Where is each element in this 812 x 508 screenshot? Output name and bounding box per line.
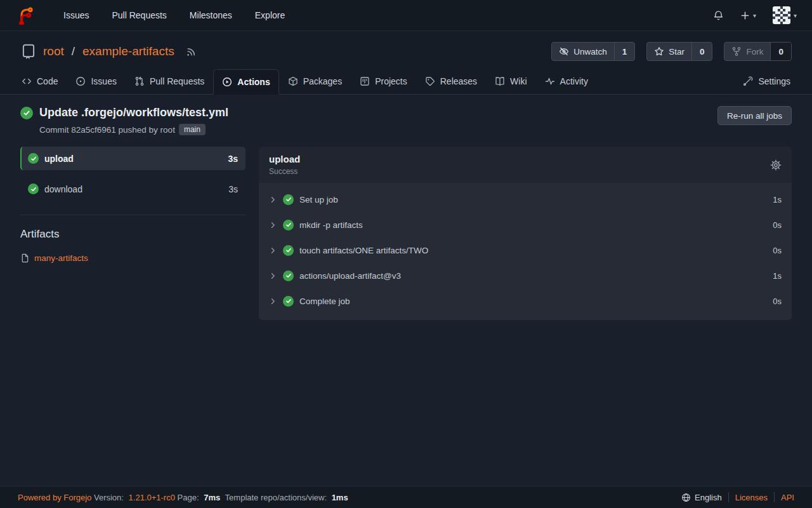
step-row-mkdir[interactable]: mkdir -p artifacts 0s — [259, 212, 792, 237]
tab-packages[interactable]: Packages — [279, 69, 351, 94]
repo-header: root / example-artifacts Unwatch — [0, 31, 812, 95]
step-row-upload-artifact[interactable]: actions/upload-artifact@v3 1s — [259, 263, 792, 288]
step-duration: 0s — [773, 246, 782, 255]
branch-badge[interactable]: main — [179, 124, 206, 135]
tab-settings[interactable]: Settings — [734, 69, 799, 94]
play-icon — [222, 77, 232, 87]
step-row-set-up-job[interactable]: Set up job 1s — [259, 187, 792, 212]
tools-icon — [743, 76, 753, 86]
job-item-upload[interactable]: upload 3s — [20, 147, 246, 170]
git-fork-icon — [731, 46, 742, 57]
footer-info: Powered by Forgejo Version: 1.21.0+1-rc0… — [18, 493, 351, 502]
step-duration: 0s — [773, 220, 782, 230]
notifications-bell-icon[interactable] — [713, 10, 724, 21]
rss-icon[interactable] — [186, 46, 197, 57]
nav-item-pull-requests[interactable]: Pull Requests — [103, 5, 175, 25]
step-duration: 1s — [773, 271, 782, 281]
step-duration: 0s — [773, 297, 782, 306]
divider — [728, 492, 729, 502]
step-row-complete-job[interactable]: Complete job 0s — [259, 288, 792, 314]
top-navbar: Issues Pull Requests Milestones Explore … — [0, 0, 812, 31]
licenses-link[interactable]: Licenses — [735, 493, 768, 502]
gear-icon[interactable] — [770, 159, 782, 171]
success-icon — [283, 194, 294, 205]
forgejo-logo-icon[interactable] — [15, 6, 34, 25]
artifact-link-many-artifacts[interactable]: many-artifacts — [20, 253, 246, 263]
language-selector[interactable]: English — [681, 493, 722, 502]
page-render-time: 7ms — [204, 493, 220, 502]
eye-slash-icon — [559, 46, 569, 57]
chevron-right-icon — [269, 272, 277, 280]
book-icon — [495, 76, 505, 86]
tab-actions[interactable]: Actions — [213, 69, 278, 95]
repo-tabs: Code Issues Pull Requests Actions Packag… — [0, 69, 812, 95]
project-icon — [360, 76, 370, 86]
tab-issues[interactable]: Issues — [67, 69, 125, 94]
watchers-count[interactable]: 1 — [614, 43, 635, 60]
run-success-icon — [20, 107, 33, 119]
tab-releases[interactable]: Releases — [416, 69, 486, 94]
watch-button-group: Unwatch 1 — [551, 42, 635, 61]
issue-opened-icon — [75, 76, 86, 86]
repo-name-link[interactable]: example-artifacts — [82, 44, 174, 58]
job-detail-name: upload — [269, 154, 300, 164]
api-link[interactable]: API — [781, 493, 794, 502]
actions-run-view: Update .forgejo/workflows/test.yml Commi… — [0, 95, 812, 486]
create-new-menu[interactable]: ▾ — [740, 11, 756, 20]
version-link[interactable]: 1.21.0+1-rc0 — [129, 493, 175, 502]
powered-by-link[interactable]: Powered by Forgejo — [18, 493, 91, 502]
star-icon — [654, 46, 664, 57]
success-icon — [283, 271, 294, 281]
success-icon — [283, 220, 294, 231]
file-icon — [20, 253, 30, 263]
step-row-touch[interactable]: touch artifacts/ONE artifacts/TWO 0s — [259, 237, 792, 263]
run-title: Update .forgejo/workflows/test.yml — [39, 106, 228, 119]
chevron-right-icon — [269, 297, 277, 305]
step-duration: 1s — [773, 195, 782, 204]
unwatch-button[interactable]: Unwatch — [552, 43, 614, 60]
star-button-group: Star 0 — [646, 42, 712, 61]
repo-owner-link[interactable]: root — [43, 44, 64, 58]
globe-icon — [681, 493, 691, 502]
tab-projects[interactable]: Projects — [351, 69, 416, 94]
chevron-right-icon — [269, 221, 277, 229]
repository-icon — [20, 43, 37, 60]
nav-item-milestones[interactable]: Milestones — [181, 5, 241, 25]
commit-info: Commit 82a5cf6961 pushed by root — [39, 125, 175, 135]
fork-button-group: Fork 0 — [724, 42, 792, 61]
job-duration: 3s — [228, 154, 238, 164]
git-pull-request-icon — [134, 76, 145, 86]
fork-button: Fork — [724, 43, 770, 60]
artifacts-heading: Artifacts — [20, 228, 246, 241]
tab-pull-requests[interactable]: Pull Requests — [126, 69, 213, 94]
divider — [774, 492, 775, 502]
tab-code[interactable]: Code — [13, 69, 67, 94]
stars-count[interactable]: 0 — [691, 43, 712, 60]
plus-icon — [740, 11, 750, 20]
repo-title: root / example-artifacts — [20, 43, 197, 60]
nav-item-explore[interactable]: Explore — [246, 5, 294, 25]
job-list: upload 3s download 3s Artifacts many-art… — [20, 147, 246, 320]
rerun-all-jobs-button[interactable]: Re-run all jobs — [717, 106, 792, 125]
code-icon — [22, 76, 32, 86]
nav-item-issues[interactable]: Issues — [55, 5, 98, 25]
divider — [20, 215, 246, 215]
success-icon — [28, 184, 39, 194]
forks-count[interactable]: 0 — [770, 43, 791, 60]
job-detail-header: upload Success — [259, 147, 792, 183]
tag-icon — [425, 76, 435, 86]
template-render-time: 1ms — [332, 493, 348, 502]
avatar — [773, 6, 790, 24]
job-duration: 3s — [228, 184, 238, 194]
chevron-down-icon: ▾ — [794, 12, 797, 19]
tab-activity[interactable]: Activity — [536, 69, 597, 94]
tab-wiki[interactable]: Wiki — [486, 69, 535, 94]
user-menu[interactable]: ▾ — [773, 6, 797, 24]
chevron-right-icon — [269, 196, 277, 204]
star-button[interactable]: Star — [647, 43, 691, 60]
step-list: Set up job 1s mkdir -p artifacts 0s touc… — [259, 183, 792, 320]
success-icon — [28, 153, 39, 164]
package-icon — [288, 76, 298, 86]
repo-separator: / — [72, 44, 75, 58]
job-item-download[interactable]: download 3s — [20, 177, 246, 201]
